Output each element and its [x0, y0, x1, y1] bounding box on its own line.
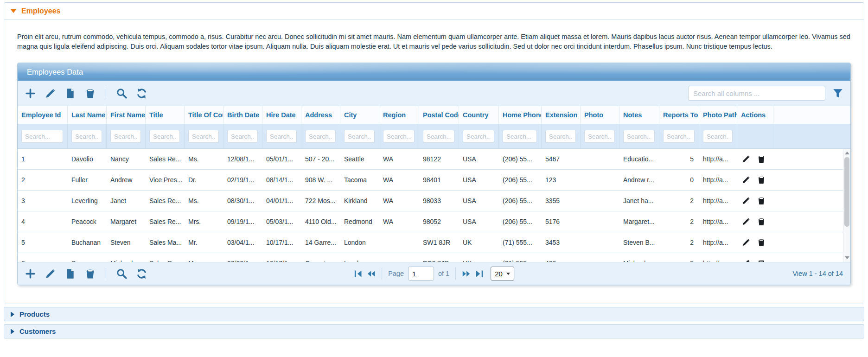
- column-header-postal_code[interactable]: Postal Code: [419, 106, 459, 124]
- row-delete-button[interactable]: [757, 197, 766, 205]
- cell-home_phone: (206) 55...: [499, 176, 542, 184]
- filter-input-birth_date[interactable]: [227, 130, 258, 143]
- filter-icon[interactable]: [833, 88, 843, 98]
- column-header-title[interactable]: Title: [146, 106, 185, 124]
- add-record-button[interactable]: [25, 88, 36, 99]
- filter-input-region[interactable]: [383, 130, 415, 143]
- row-delete-button[interactable]: [757, 217, 766, 226]
- last-page-button[interactable]: [475, 269, 484, 278]
- column-header-city[interactable]: City: [340, 106, 379, 124]
- filter-cell-region: [379, 124, 419, 148]
- cell-notes: Janet ha...: [619, 197, 659, 204]
- cell-title_of_courtesy: Dr.: [185, 176, 223, 184]
- row-edit-button[interactable]: [742, 238, 750, 247]
- row-edit-button[interactable]: [742, 197, 750, 205]
- refresh-grid-button[interactable]: [136, 268, 147, 279]
- cell-city: Redmond: [340, 218, 379, 225]
- delete-record-button[interactable]: [85, 268, 96, 279]
- table-row-6[interactable]: 6SuyamaMichaelSales Re...Mr.07/02/1...10…: [18, 253, 850, 262]
- cell-extension: 5467: [542, 155, 581, 163]
- delete-record-button[interactable]: [85, 88, 96, 99]
- column-header-last_name[interactable]: Last Name: [68, 106, 107, 124]
- column-header-home_phone[interactable]: Home Phone: [499, 106, 542, 124]
- copy-record-button[interactable]: [65, 88, 76, 99]
- page-number-input[interactable]: [408, 267, 434, 280]
- search-all-input[interactable]: [688, 86, 825, 101]
- column-header-address[interactable]: Address: [301, 106, 340, 124]
- filter-input-hire_date[interactable]: [266, 130, 297, 143]
- filter-input-title[interactable]: [149, 130, 180, 143]
- row-edit-button[interactable]: [742, 176, 750, 184]
- scrollbar-thumb[interactable]: [844, 157, 849, 227]
- prev-page-button[interactable]: [367, 269, 376, 278]
- cell-title: Sales Re...: [146, 197, 185, 204]
- table-row-3[interactable]: 3LeverlingJanetSales Re...Ms.08/30/1...0…: [18, 191, 850, 211]
- filter-input-reports_to[interactable]: [663, 130, 695, 143]
- filter-input-employee_id[interactable]: [21, 130, 63, 143]
- column-header-title_of_courtesy[interactable]: Title Of Courtesy: [185, 106, 223, 124]
- cell-country: USA: [459, 197, 499, 204]
- column-header-notes[interactable]: Notes: [619, 106, 659, 124]
- next-page-button[interactable]: [462, 269, 471, 278]
- cell-reports_to: 0: [659, 176, 699, 184]
- filter-input-photo_path[interactable]: [703, 130, 733, 143]
- filter-input-photo[interactable]: [584, 130, 615, 143]
- filter-input-last_name[interactable]: [71, 130, 102, 143]
- row-delete-button[interactable]: [757, 238, 766, 247]
- column-header-first_name[interactable]: First Name: [107, 106, 146, 124]
- chevron-right-icon: [11, 312, 14, 317]
- copy-record-button[interactable]: [65, 268, 76, 279]
- table-row-5[interactable]: 5BuchananStevenSales Ma...Mr.03/04/1...1…: [18, 232, 850, 253]
- table-row-2[interactable]: 2FullerAndrewVice Pres...Dr.02/19/1...08…: [18, 170, 850, 191]
- filter-input-postal_code[interactable]: [423, 130, 454, 143]
- column-header-country[interactable]: Country: [459, 106, 499, 124]
- cell-home_phone: (206) 55...: [499, 197, 542, 204]
- filter-input-address[interactable]: [305, 130, 336, 143]
- add-record-button[interactable]: [25, 268, 36, 279]
- column-header-photo_path[interactable]: Photo Path: [699, 106, 737, 124]
- edit-record-button[interactable]: [45, 268, 56, 279]
- column-header-employee_id[interactable]: Employee Id: [18, 106, 68, 124]
- table-row-1[interactable]: 1DavolioNancySales Re...Ms.12/08/1...05/…: [18, 149, 850, 170]
- filter-input-city[interactable]: [344, 130, 375, 143]
- cell-hire_date: 10/17/1...: [262, 239, 301, 246]
- filter-input-first_name[interactable]: [110, 130, 141, 143]
- table-row-4[interactable]: 4PeacockMargaretSales Re...Mrs.09/19/1..…: [18, 211, 850, 232]
- column-header-actions[interactable]: Actions: [737, 106, 773, 124]
- row-edit-button[interactable]: [742, 217, 750, 226]
- edit-record-button[interactable]: [45, 88, 56, 99]
- filter-input-country[interactable]: [463, 130, 494, 143]
- row-delete-button[interactable]: [757, 176, 766, 184]
- filter-cell-photo_path: [699, 124, 737, 148]
- cell-first_name: Margaret: [107, 218, 146, 225]
- accordion-header-employees[interactable]: Employees: [4, 3, 864, 20]
- search-records-button[interactable]: [116, 268, 127, 279]
- filter-input-notes[interactable]: [623, 130, 655, 143]
- scroll-down-icon[interactable]: [845, 256, 849, 259]
- filter-cell-birth_date: [223, 124, 262, 148]
- filter-input-home_phone[interactable]: [503, 130, 537, 143]
- cell-first_name: Janet: [107, 197, 146, 204]
- column-header-birth_date[interactable]: Birth Date: [223, 106, 262, 124]
- grid-toolbar-top: [18, 81, 850, 106]
- vertical-scrollbar[interactable]: [843, 149, 850, 262]
- search-records-button[interactable]: [116, 88, 127, 99]
- accordion-header-products[interactable]: Products: [4, 307, 864, 321]
- column-header-photo[interactable]: Photo: [581, 106, 619, 124]
- refresh-grid-button[interactable]: [136, 88, 147, 99]
- filter-input-extension[interactable]: [545, 130, 576, 143]
- cell-actions: [737, 176, 773, 184]
- accordion-header-customers[interactable]: Customers: [4, 324, 864, 338]
- scroll-up-icon[interactable]: [845, 152, 849, 154]
- cell-notes: Educatio...: [619, 155, 659, 163]
- rows-per-page-select[interactable]: 20: [491, 267, 514, 280]
- column-header-extension[interactable]: Extension: [542, 106, 581, 124]
- column-header-region[interactable]: Region: [379, 106, 419, 124]
- first-page-button[interactable]: [354, 269, 363, 278]
- column-header-hire_date[interactable]: Hire Date: [262, 106, 301, 124]
- column-header-reports_to[interactable]: Reports To: [659, 106, 699, 124]
- cell-first_name: Andrew: [107, 176, 146, 184]
- row-edit-button[interactable]: [742, 155, 750, 163]
- filter-input-title_of_courtesy[interactable]: [188, 130, 219, 143]
- row-delete-button[interactable]: [757, 155, 766, 163]
